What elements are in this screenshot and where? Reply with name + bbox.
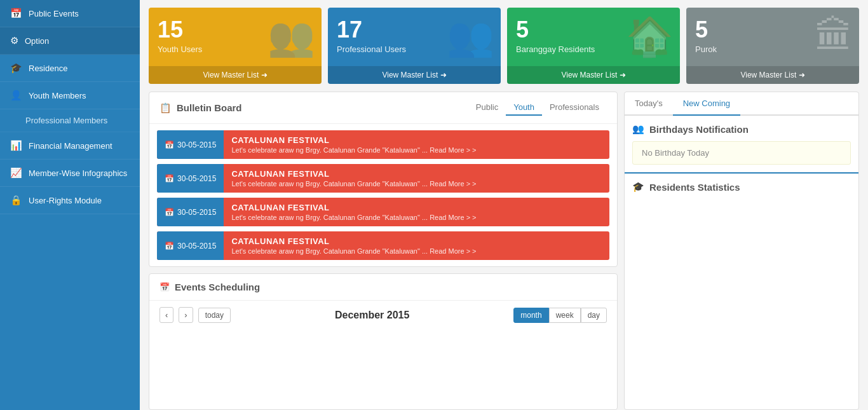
sidebar-item-public-events[interactable]: 📅 Public Events [0, 0, 140, 27]
calendar-prev-button[interactable]: ‹ [159, 307, 173, 323]
calendar-today-button[interactable]: today [198, 308, 231, 323]
events-scheduling-panel: 📅 Events Scheduling ‹ › today December 2… [149, 273, 618, 410]
stat-card-youth-users: 👥 15 Youth Users View Master List ➜ [149, 8, 322, 84]
bulletin-board-header: 📋 Bulletin Board Public Youth Profession… [149, 92, 617, 124]
professional-users-bg-icon: 👥 [447, 14, 494, 59]
bulletin-board-tabs: Public Youth Professionals [468, 100, 607, 116]
calendar-next-button[interactable]: › [179, 307, 193, 323]
sidebar-item-professional-members[interactable]: Professional Members [0, 109, 140, 132]
events-scheduling-header: 📅 Events Scheduling [149, 274, 617, 301]
sidebar-item-label: Professional Members [25, 116, 107, 125]
public-events-icon: 📅 [10, 8, 22, 19]
calendar-view-buttons: month week day [513, 308, 607, 323]
infographics-icon: 📈 [10, 167, 22, 179]
youth-users-bg-icon: 👥 [268, 14, 315, 59]
sidebar-item-option[interactable]: ⚙ Option [0, 27, 140, 55]
bulletin-item[interactable]: 📅 30-05-2015 CATALUNAN FESTIVAL Let's ce… [157, 231, 609, 260]
bulletin-item[interactable]: 📅 30-05-2015 CATALUNAN FESTIVAL Let's ce… [157, 198, 609, 226]
sidebar-item-user-rights-module[interactable]: 🔒 User-Rights Module [0, 187, 140, 214]
calendar-month-view-button[interactable]: month [513, 308, 548, 323]
stat-card-purok: 🏛 5 Purok View Master List ➜ [686, 8, 859, 84]
sidebar: 📅 Public Events ⚙ Option 🎓 Residence 👤 Y… [0, 0, 140, 410]
calendar-month-title: December 2015 [236, 310, 508, 321]
events-toolbar: ‹ › today December 2015 month week day [149, 301, 617, 329]
calendar-icon: 📅 [165, 174, 174, 183]
bulletin-date: 📅 30-05-2015 [157, 164, 224, 193]
youth-members-icon: 👤 [10, 90, 22, 101]
calendar-day-view-button[interactable]: day [581, 308, 607, 323]
main-content: 👥 15 Youth Users View Master List ➜ 👥 17… [140, 0, 868, 410]
left-column: 📋 Bulletin Board Public Youth Profession… [149, 92, 618, 410]
option-icon: ⚙ [10, 35, 18, 46]
sidebar-item-residence[interactable]: 🎓 Residence [0, 55, 140, 82]
calendar-week-view-button[interactable]: week [549, 308, 581, 323]
calendar-events-icon: 📅 [159, 282, 170, 292]
sidebar-item-label: Youth Members [29, 91, 86, 100]
bulletin-board-title: 📋 Bulletin Board [159, 102, 242, 114]
sidebar-item-financial-management[interactable]: 📊 Financial Management [0, 132, 140, 160]
baranggay-residents-bg-icon: 🏠 [626, 14, 674, 59]
sidebar-item-label: User-Rights Module [29, 196, 102, 205]
purok-view-link[interactable]: View Master List ➜ [686, 66, 859, 84]
purok-bg-icon: 🏛 [815, 14, 853, 58]
tab-public[interactable]: Public [468, 100, 506, 116]
user-rights-icon: 🔒 [10, 195, 22, 206]
bulletin-date: 📅 30-05-2015 [157, 130, 224, 159]
sidebar-item-label: Member-Wise Infographics [29, 168, 127, 178]
bulletin-text: CATALUNAN FESTIVAL Let's celebrate araw … [224, 231, 484, 260]
residents-stats-icon: 🎓 [632, 181, 644, 193]
bulletin-item[interactable]: 📅 30-05-2015 CATALUNAN FESTIVAL Let's ce… [157, 164, 609, 193]
no-birthday-message: No Birthday Today [632, 141, 851, 165]
birthdays-icon: 👥 [632, 123, 644, 135]
bulletin-text: CATALUNAN FESTIVAL Let's celebrate araw … [224, 130, 484, 159]
residence-icon: 🎓 [10, 62, 22, 74]
sidebar-item-label: Financial Management [29, 141, 112, 151]
tab-new-coming[interactable]: New Coming [673, 92, 740, 116]
tab-todays[interactable]: Today's [625, 92, 673, 116]
bulletin-text: CATALUNAN FESTIVAL Let's celebrate araw … [224, 198, 484, 226]
financial-management-icon: 📊 [10, 140, 22, 151]
bulletin-items-list: 📅 30-05-2015 CATALUNAN FESTIVAL Let's ce… [149, 124, 617, 266]
sidebar-item-youth-members[interactable]: 👤 Youth Members [0, 82, 140, 109]
stat-card-professional-users: 👥 17 Professional Users View Master List… [328, 8, 501, 84]
professional-users-view-link[interactable]: View Master List ➜ [328, 66, 501, 84]
bulletin-date: 📅 30-05-2015 [157, 231, 224, 260]
sidebar-item-member-wise-infographics[interactable]: 📈 Member-Wise Infographics [0, 160, 140, 187]
residents-statistics-title: 🎓 Residents Statistics [632, 181, 851, 193]
calendar-icon: 📅 [165, 140, 174, 149]
events-scheduling-title: Events Scheduling [175, 282, 260, 292]
right-panel: Today's New Coming 👥 Birthdays Notificat… [624, 92, 859, 410]
calendar-icon: 📅 [165, 208, 174, 217]
middle-row: 📋 Bulletin Board Public Youth Profession… [140, 92, 868, 410]
tab-youth[interactable]: Youth [506, 100, 542, 116]
tab-professionals[interactable]: Professionals [542, 100, 607, 116]
bulletin-text: CATALUNAN FESTIVAL Let's celebrate araw … [224, 164, 484, 193]
baranggay-residents-view-link[interactable]: View Master List ➜ [507, 66, 680, 84]
right-panel-tabs: Today's New Coming [625, 92, 858, 116]
bulletin-date: 📅 30-05-2015 [157, 198, 224, 226]
stat-cards-row: 👥 15 Youth Users View Master List ➜ 👥 17… [140, 0, 868, 92]
bulletin-board-panel: 📋 Bulletin Board Public Youth Profession… [149, 92, 618, 267]
sidebar-item-label: Residence [29, 64, 67, 73]
birthdays-notification-title: 👥 Birthdays Notification [632, 123, 851, 135]
stat-card-baranggay-residents: 🏠 5 Baranggay Residents View Master List… [507, 8, 680, 84]
bulletin-item[interactable]: 📅 30-05-2015 CATALUNAN FESTIVAL Let's ce… [157, 130, 609, 159]
residents-statistics-section: 🎓 Residents Statistics [625, 172, 858, 200]
birthdays-section: 👥 Birthdays Notification No Birthday Tod… [625, 116, 858, 172]
calendar-icon: 📅 [165, 242, 174, 250]
sidebar-item-label: Option [25, 36, 49, 46]
sidebar-item-label: Public Events [29, 9, 79, 18]
youth-users-view-link[interactable]: View Master List ➜ [149, 66, 322, 84]
bulletin-icon: 📋 [159, 102, 172, 114]
